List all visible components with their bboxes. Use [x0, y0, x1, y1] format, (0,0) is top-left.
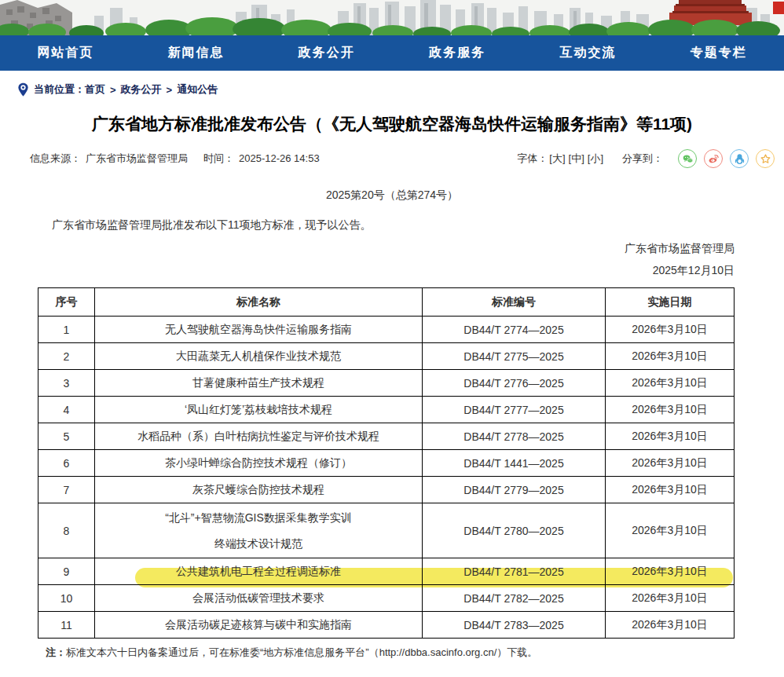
table-row: 7 灰茶尺蠖综合防控技术规程 DB44/T 2779—2025 2026年3月1…	[38, 477, 735, 503]
cell-name: 水稻品种（系）白叶枯病抗性鉴定与评价技术规程	[95, 423, 423, 450]
main-nav: 网站首页 新闻信息 政务公开 政务服务 互动交流 专题专栏	[0, 35, 784, 71]
table-row: 4 ‘凤山红灯笼’荔枝栽培技术规程 DB44/T 2777—2025 2026年…	[38, 397, 735, 423]
cell-no: 7	[38, 477, 95, 503]
cell-code: DB44/T 2775—2025	[423, 343, 606, 370]
wechat-share-icon[interactable]	[678, 149, 697, 168]
cell-code: DB44/T 2783—2025	[423, 612, 606, 639]
nav-item-gov-open[interactable]: 政务公开	[262, 35, 392, 71]
table-row: 3 甘薯健康种苗生产技术规程 DB44/T 2776—2025 2026年3月1…	[38, 370, 735, 397]
font-size-small-button[interactable]: [小]	[588, 152, 603, 166]
footnote-text: 标准文本六十日内备案通过后，可在标准委“地方标准信息服务平台”（http://d…	[66, 646, 537, 658]
cell-name: “北斗”+智慧物流GIS数据采集教学实训 终端技术设计规范	[95, 503, 423, 558]
qq-share-icon[interactable]	[730, 149, 749, 168]
announcement-body: 广东省市场监督管理局批准发布以下11项地方标准，现予以公告。	[30, 218, 735, 232]
signature-agency: 广东省市场监督管理局	[0, 242, 735, 256]
nav-item-services[interactable]: 政务服务	[392, 35, 522, 71]
table-row: 1 无人驾驶航空器海岛快件运输服务指南 DB44/T 2774—2025 202…	[38, 317, 735, 343]
font-size-large-button[interactable]: [大]	[549, 152, 565, 166]
cell-no: 1	[38, 317, 95, 343]
table-header-row: 序号 标准名称 标准编号 实施日期	[38, 288, 735, 317]
page-title: 广东省地方标准批准发布公告（《无人驾驶航空器海岛快件运输服务指南》等11项)	[0, 113, 784, 134]
col-header-date: 实施日期	[606, 288, 735, 317]
share-label: 分享到：	[622, 152, 663, 166]
col-header-code: 标准编号	[423, 288, 606, 317]
breadcrumb-gov-open[interactable]: 政务公开	[121, 82, 162, 97]
footnote-label: 注：	[46, 646, 66, 658]
cell-code: DB44/T 2782—2025	[423, 585, 606, 612]
cell-date: 2026年3月10日	[606, 503, 735, 558]
table-row: 11 会展活动碳足迹核算与碳中和实施指南 DB44/T 2783—2025 20…	[38, 612, 735, 639]
cell-date: 2026年3月10日	[606, 477, 735, 503]
cell-code: DB44/T 2774—2025	[423, 317, 606, 343]
table-row: 5 水稻品种（系）白叶枯病抗性鉴定与评价技术规程 DB44/T 2778—202…	[38, 423, 735, 450]
footnote: 注：标准文本六十日内备案通过后，可在标准委“地方标准信息服务平台”（http:/…	[46, 646, 735, 660]
cell-date: 2026年3月10日	[606, 450, 735, 477]
breadcrumb-separator: >	[110, 84, 116, 96]
nav-item-home[interactable]: 网站首页	[0, 35, 130, 71]
cell-no: 10	[38, 585, 95, 612]
signature-date: 2025年12月10日	[0, 264, 735, 278]
cell-code: DB44/T 2776—2025	[423, 370, 606, 397]
cell-no: 6	[38, 450, 95, 477]
cell-date: 2026年3月10日	[606, 370, 735, 397]
cell-name: 公共建筑机电工程全过程调适标准	[95, 558, 423, 585]
cell-name: ‘凤山红灯笼’荔枝栽培技术规程	[95, 397, 423, 423]
qzone-star-share-icon[interactable]	[756, 149, 775, 168]
cell-name: 灰茶尺蠖综合防控技术规程	[95, 477, 423, 503]
table-row: 6 茶小绿叶蝉综合防控技术规程（修订） DB44/T 1441—2025 202…	[38, 450, 735, 477]
cell-name: 会展活动低碳管理技术要求	[95, 585, 423, 612]
cell-name: 无人驾驶航空器海岛快件运输服务指南	[95, 317, 423, 343]
cell-code: DB44/T 2780—2025	[423, 503, 606, 558]
font-size-label: 字体：	[517, 152, 548, 166]
header-banner-image	[0, 0, 784, 35]
cell-name: 大田蔬菜无人机植保作业技术规范	[95, 343, 423, 370]
cell-date: 2026年3月10日	[606, 558, 735, 585]
nav-item-topics[interactable]: 专题专栏	[654, 35, 784, 71]
cell-no: 5	[38, 423, 95, 450]
cell-code: DB44/T 2777—2025	[423, 397, 606, 423]
col-header-no: 序号	[38, 288, 95, 317]
source-value: 广东省市场监督管理局	[86, 152, 188, 164]
time-label: 时间：	[203, 152, 234, 164]
cell-date: 2026年3月10日	[606, 585, 735, 612]
cell-no: 4	[38, 397, 95, 423]
cell-name: 茶小绿叶蝉综合防控技术规程（修订）	[95, 450, 423, 477]
standards-table: 序号 标准名称 标准编号 实施日期 1 无人驾驶航空器海岛快件运输服务指南 DB…	[38, 287, 735, 639]
font-share-controls: 字体： [大] [中] [小] 分享到：	[517, 149, 775, 168]
article-meta-bar: 信息来源：广东省市场监督管理局时间：2025-12-26 14:53 字体： […	[30, 149, 775, 168]
standards-table-wrap: 序号 标准名称 标准编号 实施日期 1 无人驾驶航空器海岛快件运输服务指南 DB…	[38, 287, 734, 639]
table-row-highlighted: 9 公共建筑机电工程全过程调适标准 DB44/T 2781—2025 2026年…	[38, 558, 735, 585]
weibo-share-icon[interactable]	[704, 149, 723, 168]
font-size-medium-button[interactable]: [中]	[569, 152, 584, 166]
cell-no: 9	[38, 558, 95, 585]
cell-code: DB44/T 2779—2025	[423, 477, 606, 503]
cell-code: DB44/T 2778—2025	[423, 423, 606, 450]
table-row: 2 大田蔬菜无人机植保作业技术规范 DB44/T 2775—2025 2026年…	[38, 343, 735, 370]
breadcrumb: 当前位置： 首页 > 政务公开 > 通知公告	[17, 82, 784, 97]
doc-number: 2025第20号（总第274号）	[0, 188, 784, 203]
cell-date: 2026年3月10日	[606, 317, 735, 343]
breadcrumb-label: 当前位置：	[34, 82, 85, 97]
cell-date: 2026年3月10日	[606, 397, 735, 423]
city-skyline-illustration	[0, 0, 784, 35]
cell-code: DB44/T 1441—2025	[423, 450, 606, 477]
location-pin-icon	[17, 82, 29, 97]
table-row: 8 “北斗”+智慧物流GIS数据采集教学实训 终端技术设计规范 DB44/T 2…	[38, 503, 735, 558]
nav-item-news[interactable]: 新闻信息	[130, 35, 261, 71]
breadcrumb-separator: >	[167, 84, 173, 96]
cell-date: 2026年3月10日	[606, 343, 735, 370]
breadcrumb-home[interactable]: 首页	[85, 82, 105, 97]
cell-date: 2026年3月10日	[606, 612, 735, 639]
table-row: 10 会展活动低碳管理技术要求 DB44/T 2782—2025 2026年3月…	[38, 585, 735, 612]
nav-item-interact[interactable]: 互动交流	[522, 35, 653, 71]
cell-no: 3	[38, 370, 95, 397]
time-value: 2025-12-26 14:53	[239, 152, 320, 164]
cell-no: 11	[38, 612, 95, 639]
source-label: 信息来源：	[30, 152, 81, 164]
cell-no: 2	[38, 343, 95, 370]
cell-no: 8	[38, 503, 95, 558]
cell-code: DB44/T 2781—2025	[423, 558, 606, 585]
cell-name: 会展活动碳足迹核算与碳中和实施指南	[95, 612, 423, 639]
breadcrumb-notices[interactable]: 通知公告	[177, 82, 218, 97]
article-source-time: 信息来源：广东省市场监督管理局时间：2025-12-26 14:53	[30, 152, 324, 166]
